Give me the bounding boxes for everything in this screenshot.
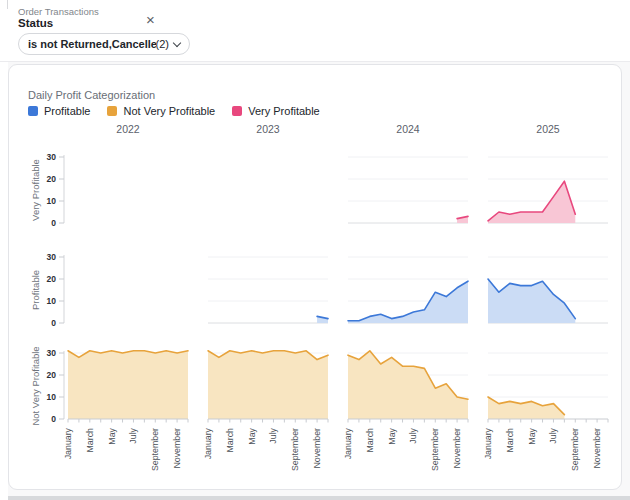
x-tick-label: September xyxy=(150,428,160,471)
y-tick-label: 0 xyxy=(51,414,56,424)
status-filter-count: (2) xyxy=(156,38,169,50)
pane-divider xyxy=(7,0,8,9)
y-tick-label: 20 xyxy=(47,274,57,284)
legend-item-1[interactable]: Not Very Profitable xyxy=(107,105,215,117)
x-tick-label: November xyxy=(592,428,602,469)
x-tick-label: July xyxy=(128,427,138,443)
status-filter-dropdown[interactable]: is not Returned,Cancelled (2) xyxy=(18,33,190,55)
legend-label: Very Profitable xyxy=(248,105,320,117)
legend-item-2[interactable]: Very Profitable xyxy=(232,105,320,117)
legend-label: Profitable xyxy=(44,105,90,117)
filter-source-label: Order Transactions xyxy=(18,6,99,17)
facet-row-label: Profitable xyxy=(30,270,41,310)
facet-row-label: Not Very Profitable xyxy=(30,346,41,425)
legend-swatch-icon xyxy=(232,106,242,116)
area-fill xyxy=(488,397,564,419)
x-tick-label: January xyxy=(483,427,493,459)
facet-year-label: 2025 xyxy=(536,123,560,135)
y-tick-label: 0 xyxy=(51,218,56,228)
x-tick-label: July xyxy=(268,427,278,443)
facet-year-label: 2023 xyxy=(256,123,280,135)
facet-year-label: 2024 xyxy=(396,123,420,135)
x-tick-label: July xyxy=(548,427,558,443)
y-tick-label: 0 xyxy=(51,318,56,328)
facet-grid-svg: 2022202320242025Very Profitable0102030Pr… xyxy=(28,119,614,485)
y-tick-label: 20 xyxy=(47,370,57,380)
area-fill xyxy=(348,351,468,419)
x-tick-label: September xyxy=(430,428,440,471)
x-tick-label: May xyxy=(387,427,397,444)
y-tick-label: 10 xyxy=(47,296,57,306)
area-fill xyxy=(208,351,328,419)
x-tick-label: January xyxy=(203,427,213,459)
y-tick-label: 30 xyxy=(47,152,57,162)
x-tick-label: July xyxy=(408,427,418,443)
profit-categorization-chart: 2022202320242025Very Profitable0102030Pr… xyxy=(28,119,614,485)
facet-row-label: Very Profitable xyxy=(30,159,41,221)
legend-swatch-icon xyxy=(107,106,117,116)
filter-bar: Order Transactions Status × is not Retur… xyxy=(0,0,630,62)
chart-card: Daily Profit Categorization ProfitableNo… xyxy=(8,64,622,490)
chart-legend: ProfitableNot Very ProfitableVery Profit… xyxy=(28,105,320,117)
status-filter-value: is not Returned,Cancelled xyxy=(28,38,156,50)
x-tick-label: March xyxy=(505,428,515,453)
area-fill xyxy=(68,351,188,419)
x-tick-label: September xyxy=(570,428,580,471)
x-tick-label: May xyxy=(247,427,257,444)
y-tick-label: 30 xyxy=(47,252,57,262)
y-tick-label: 10 xyxy=(47,392,57,402)
y-tick-label: 30 xyxy=(47,348,57,358)
window-bottom-edge xyxy=(8,496,630,500)
area-fill xyxy=(348,281,468,323)
x-tick-label: March xyxy=(365,428,375,453)
x-tick-label: January xyxy=(343,427,353,459)
y-tick-label: 20 xyxy=(47,174,57,184)
x-tick-label: January xyxy=(63,427,73,459)
x-tick-label: May xyxy=(107,427,117,444)
x-tick-label: March xyxy=(85,428,95,453)
legend-item-0[interactable]: Profitable xyxy=(28,105,90,117)
x-tick-label: May xyxy=(527,427,537,444)
area-fill xyxy=(488,181,575,223)
legend-label: Not Very Profitable xyxy=(123,105,215,117)
facet-year-label: 2022 xyxy=(116,123,140,135)
x-tick-label: September xyxy=(290,428,300,471)
close-icon[interactable]: × xyxy=(146,12,155,27)
y-tick-label: 10 xyxy=(47,196,57,206)
x-tick-label: November xyxy=(452,428,462,469)
filter-field-label: Status xyxy=(18,17,53,29)
x-tick-label: November xyxy=(312,428,322,469)
legend-swatch-icon xyxy=(28,106,38,116)
chart-title: Daily Profit Categorization xyxy=(28,89,155,101)
x-tick-label: March xyxy=(225,428,235,453)
chevron-down-icon xyxy=(173,38,181,46)
x-tick-label: November xyxy=(172,428,182,469)
